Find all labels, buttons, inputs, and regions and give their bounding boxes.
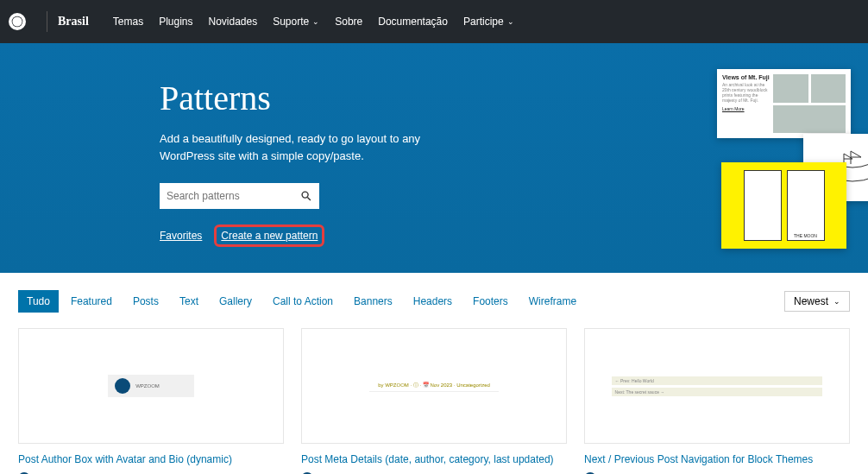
page-subtitle: Add a beautifully designed, ready to go …: [160, 130, 444, 164]
nav-temas[interactable]: Temas: [113, 16, 143, 28]
tab-featured[interactable]: Featured: [62, 290, 121, 313]
chevron-down-icon: ⌄: [507, 17, 514, 26]
tarot-card: THE MOON: [787, 170, 825, 241]
tab-tudo[interactable]: Tudo: [18, 290, 59, 313]
tab-headers[interactable]: Headers: [405, 290, 461, 313]
pattern-thumbnail: WPZOOM: [18, 328, 284, 444]
pattern-title: Next / Previous Post Navigation for Bloc…: [584, 452, 850, 467]
tab-footers[interactable]: Footers: [464, 290, 517, 313]
pattern-thumbnail: ← Prev: Hello World Next: The secret sau…: [584, 328, 850, 444]
hero-links: Favorites Create a new pattern: [160, 224, 708, 247]
tab-gallery[interactable]: Gallery: [211, 290, 261, 313]
svg-line-2: [307, 197, 311, 200]
tab-posts[interactable]: Posts: [124, 290, 167, 313]
pattern-title: Post Author Box with Avatar and Bio (dyn…: [18, 452, 284, 467]
sort-dropdown[interactable]: Newest ⌄: [784, 291, 850, 312]
favorites-link[interactable]: Favorites: [160, 230, 202, 242]
sort-label: Newest: [794, 295, 828, 307]
chevron-down-icon: ⌄: [312, 17, 319, 26]
pattern-preview-collage: Views of Mt. Fuji An archival look at th…: [726, 69, 868, 268]
preview-card-fuji: Views of Mt. Fuji An archival look at th…: [717, 69, 851, 138]
filter-bar: Tudo Featured Posts Text Gallery Call to…: [18, 273, 850, 321]
pattern-card[interactable]: WPZOOM Post Author Box with Avatar and B…: [18, 328, 284, 474]
tab-text[interactable]: Text: [171, 290, 207, 313]
tab-call-to-action[interactable]: Call to Action: [264, 290, 342, 313]
pattern-card[interactable]: ← Prev: Hello World Next: The secret sau…: [584, 328, 850, 474]
preview-fuji-cta: Learn More: [722, 106, 770, 111]
filter-tabs: Tudo Featured Posts Text Gallery Call to…: [18, 290, 784, 313]
tab-banners[interactable]: Banners: [345, 290, 401, 313]
tab-wireframe[interactable]: Wireframe: [520, 290, 585, 313]
primary-nav: Temas Plugins Novidades Suporte⌄ Sobre D…: [113, 16, 514, 28]
chevron-down-icon: ⌄: [833, 297, 840, 306]
preview-card-tarot: THE MOON: [721, 162, 846, 249]
top-nav: Brasil Temas Plugins Novidades Suporte⌄ …: [0, 0, 868, 43]
pattern-title: Post Meta Details (date, author, categor…: [301, 452, 567, 467]
search-icon[interactable]: [300, 190, 312, 202]
create-pattern-link[interactable]: Create a new pattern: [221, 230, 318, 242]
nav-suporte[interactable]: Suporte⌄: [273, 16, 319, 28]
nav-documentacao[interactable]: Documentação: [378, 16, 448, 28]
pattern-thumbnail: by WPZOOM · ⓘ · 📅 Nov 2023 · Uncategoriz…: [301, 328, 567, 444]
nav-sobre[interactable]: Sobre: [335, 16, 362, 28]
nav-participe[interactable]: Participe⌄: [463, 16, 514, 28]
nav-novidades[interactable]: Novidades: [208, 16, 257, 28]
page-title: Patterns: [160, 78, 708, 118]
wordpress-logo-icon[interactable]: [9, 13, 26, 30]
pattern-grid: WPZOOM Post Author Box with Avatar and B…: [18, 328, 850, 474]
search-input[interactable]: [167, 190, 300, 202]
pattern-card[interactable]: by WPZOOM · ⓘ · 📅 Nov 2023 · Uncategoriz…: [301, 328, 567, 474]
search-box[interactable]: [160, 183, 319, 209]
hero-section: Patterns Add a beautifully designed, rea…: [0, 43, 868, 273]
tarot-card: [744, 170, 782, 241]
preview-fuji-desc: An archival look at the 20th century woo…: [722, 82, 770, 103]
separator: [47, 11, 47, 32]
create-pattern-highlight: Create a new pattern: [214, 224, 324, 247]
svg-point-1: [302, 192, 308, 198]
nav-plugins[interactable]: Plugins: [159, 16, 192, 28]
locale-label[interactable]: Brasil: [58, 15, 89, 28]
preview-fuji-title: Views of Mt. Fuji: [722, 74, 770, 80]
